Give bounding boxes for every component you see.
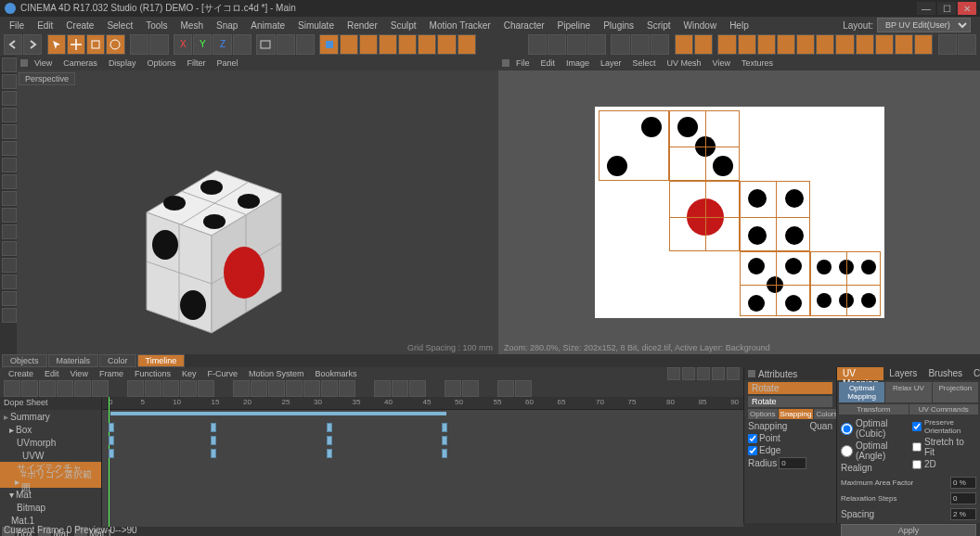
tl-nav-1[interactable] bbox=[667, 367, 680, 380]
redo-button[interactable] bbox=[23, 34, 42, 55]
axis-y[interactable]: Y bbox=[193, 34, 212, 55]
primitive-spline[interactable] bbox=[340, 34, 358, 55]
magnet-mode[interactable] bbox=[2, 258, 17, 273]
tl-tool-11[interactable] bbox=[198, 380, 214, 397]
render-settings[interactable] bbox=[296, 34, 315, 55]
tl-tool-22[interactable] bbox=[445, 380, 461, 397]
tl-tool-2[interactable] bbox=[21, 380, 38, 397]
chk-stretch[interactable] bbox=[912, 442, 922, 452]
menu-file[interactable]: File bbox=[4, 19, 30, 32]
inp-radius[interactable] bbox=[779, 457, 806, 469]
tweak-mode[interactable] bbox=[2, 191, 17, 206]
tl-tool-15[interactable] bbox=[286, 380, 303, 397]
tl-tool-18[interactable] bbox=[339, 380, 355, 397]
move-tool[interactable] bbox=[67, 34, 85, 55]
axis-z[interactable]: Z bbox=[213, 34, 231, 55]
tab-layers[interactable]: Layers bbox=[883, 367, 922, 380]
uv-brush-7[interactable] bbox=[835, 34, 854, 55]
uv-select[interactable]: Select bbox=[628, 57, 661, 69]
tl-tool-12[interactable] bbox=[233, 380, 250, 397]
uv-uvmesh[interactable]: UV Mesh bbox=[663, 57, 706, 69]
chk-preserve[interactable] bbox=[912, 422, 922, 431]
brush-mode[interactable] bbox=[2, 224, 17, 239]
menu-plugins[interactable]: Plugins bbox=[598, 19, 639, 32]
menu-character[interactable]: Character bbox=[498, 19, 550, 32]
uv-brush-8[interactable] bbox=[856, 34, 874, 55]
tab-color[interactable]: Color bbox=[99, 354, 136, 367]
tl-tool-21[interactable] bbox=[409, 380, 426, 397]
tl-tool-8[interactable] bbox=[145, 380, 161, 397]
vp-filter[interactable]: Filter bbox=[182, 57, 210, 69]
rad-cubic[interactable] bbox=[841, 423, 853, 435]
uv-brush-1[interactable] bbox=[717, 34, 736, 55]
tl-frame[interactable]: Frame bbox=[95, 368, 128, 379]
uv-tool-3[interactable] bbox=[567, 34, 586, 55]
uv-brush-9[interactable] bbox=[875, 34, 894, 55]
uv-edit[interactable]: Edit bbox=[536, 57, 561, 69]
viewport-canvas[interactable]: Grid Spacing : 100 mm bbox=[17, 87, 498, 354]
uv-tool-4[interactable] bbox=[587, 34, 606, 55]
menu-tools[interactable]: Tools bbox=[140, 19, 173, 32]
tl-tool-19[interactable] bbox=[374, 380, 391, 397]
dope-sheet-tracks[interactable]: 0 5 10 15 20 25 30 35 40 45 50 55 60 65 … bbox=[102, 397, 743, 527]
chk-2d[interactable] bbox=[912, 460, 922, 469]
ds-uvw[interactable]: UVW bbox=[0, 449, 101, 462]
tab-timeline[interactable]: Timeline bbox=[137, 354, 186, 367]
inp-maxarea[interactable] bbox=[950, 477, 976, 489]
extra-mode-1[interactable] bbox=[2, 274, 17, 289]
tl-key[interactable]: Key bbox=[177, 368, 201, 379]
ds-bitmap[interactable]: Bitmap bbox=[0, 501, 101, 514]
uv-brush-11[interactable] bbox=[914, 34, 933, 55]
uv-brush-2[interactable] bbox=[738, 34, 756, 55]
ds-polygon-selection[interactable]: ▸#ポリゴン選択範囲 bbox=[0, 475, 101, 488]
tl-functions[interactable]: Functions bbox=[130, 368, 175, 379]
render-button[interactable] bbox=[256, 34, 275, 55]
tl-fcurve[interactable]: F-Curve bbox=[202, 368, 242, 379]
uv-canvas[interactable]: Zoom: 280.0%, Size: 202x152, 8 Bit, dice… bbox=[498, 70, 980, 354]
sub-projection[interactable]: Projection bbox=[933, 382, 978, 402]
axis-w[interactable] bbox=[233, 34, 251, 55]
tab-colors-uv[interactable]: Colors bbox=[968, 367, 980, 380]
workplane-mode[interactable] bbox=[2, 174, 17, 189]
tl-nav-5[interactable] bbox=[727, 367, 740, 380]
menu-script[interactable]: Script bbox=[641, 19, 677, 32]
poly-mode[interactable] bbox=[2, 141, 17, 156]
uv-brush-3[interactable] bbox=[757, 34, 776, 55]
menu-create[interactable]: Create bbox=[60, 19, 99, 32]
tab-objects[interactable]: Objects bbox=[2, 354, 47, 367]
menu-edit[interactable]: Edit bbox=[32, 19, 58, 32]
inp-relax[interactable] bbox=[950, 492, 976, 504]
chk-point[interactable] bbox=[748, 434, 757, 443]
tl-motion[interactable]: Motion System bbox=[244, 368, 309, 379]
tl-tool-20[interactable] bbox=[392, 380, 408, 397]
menu-select[interactable]: Select bbox=[101, 19, 138, 32]
vp-grip-icon[interactable] bbox=[20, 59, 28, 67]
menu-window[interactable]: Window bbox=[678, 19, 723, 32]
model-mode[interactable] bbox=[2, 57, 17, 72]
uv-file[interactable]: File bbox=[511, 57, 535, 69]
menu-simulate[interactable]: Simulate bbox=[292, 19, 340, 32]
menu-motion-tracker[interactable]: Motion Tracker bbox=[424, 19, 496, 32]
tl-tool-16[interactable] bbox=[303, 380, 320, 397]
primitive-cube[interactable] bbox=[319, 34, 338, 55]
uv-brush-4[interactable] bbox=[777, 34, 795, 55]
uv-brush-6[interactable] bbox=[816, 34, 834, 55]
tl-tool-4[interactable] bbox=[57, 380, 73, 397]
tool-5[interactable] bbox=[130, 34, 148, 55]
primitive-nurbs[interactable] bbox=[359, 34, 378, 55]
ds-mat[interactable]: ▾Mat bbox=[0, 488, 101, 501]
tl-nav-4[interactable] bbox=[712, 367, 725, 380]
undo-button[interactable] bbox=[4, 34, 22, 55]
tab-uvmapping[interactable]: UV Mapping bbox=[837, 367, 883, 380]
uv-grip-icon[interactable] bbox=[502, 59, 509, 67]
attr-grip-icon[interactable] bbox=[748, 370, 755, 377]
uv-tool-6[interactable] bbox=[631, 34, 650, 55]
sub-commands[interactable]: UV Commands bbox=[909, 404, 979, 415]
menu-mesh[interactable]: Mesh bbox=[175, 19, 209, 32]
primitive-generator[interactable] bbox=[379, 34, 397, 55]
tl-tool-17[interactable] bbox=[321, 380, 338, 397]
menu-render[interactable]: Render bbox=[342, 19, 383, 32]
ds-box[interactable]: ▸Box bbox=[0, 423, 101, 436]
texture-mode[interactable] bbox=[2, 158, 17, 172]
tl-edit[interactable]: Edit bbox=[40, 368, 64, 379]
